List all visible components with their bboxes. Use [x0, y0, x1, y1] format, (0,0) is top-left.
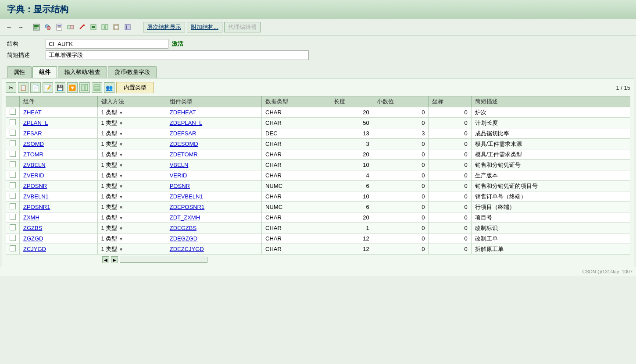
comp-cell[interactable]: ZHEAT: [20, 107, 98, 118]
comp-type-cell[interactable]: ZDT_ZXMH: [166, 212, 261, 223]
dropdown-arrow[interactable]: ▼: [119, 237, 123, 241]
copy-button[interactable]: 📋: [18, 82, 29, 93]
dropdown-arrow[interactable]: ▼: [119, 184, 123, 189]
dropdown-arrow[interactable]: ▼: [119, 163, 123, 168]
row-selector[interactable]: [10, 130, 16, 136]
dropdown-arrow[interactable]: ▼: [119, 110, 123, 115]
paste-button[interactable]: 📄: [30, 82, 41, 93]
row-selector[interactable]: [10, 161, 16, 167]
comp-cell[interactable]: ZPOSNR1: [20, 202, 98, 212]
coord-cell: 0: [429, 118, 471, 128]
col-header-decimals[interactable]: 小数位: [373, 96, 429, 107]
row-selector[interactable]: [10, 214, 16, 220]
col-header-coord[interactable]: 坐标: [429, 96, 471, 107]
edit-button[interactable]: 📝: [43, 82, 53, 93]
comp-type-cell[interactable]: ZDEFSAR: [166, 128, 261, 139]
comp-cell[interactable]: ZCJYGD: [20, 244, 98, 254]
comp-type-cell[interactable]: VERID: [166, 170, 261, 181]
row-selector[interactable]: [10, 140, 16, 146]
scroll-left-button[interactable]: ◀: [102, 256, 109, 263]
comp-type-cell[interactable]: ZDEGZBS: [166, 223, 261, 233]
coord-cell: 0: [429, 191, 471, 202]
col-header-desc[interactable]: 简短描述: [471, 96, 630, 107]
row-selector[interactable]: [10, 193, 16, 199]
comp-type-cell[interactable]: POSNR: [166, 181, 261, 191]
group-button[interactable]: 👥: [104, 82, 114, 93]
dropdown-arrow[interactable]: ▼: [119, 226, 123, 231]
comp-cell[interactable]: ZXMH: [20, 212, 98, 223]
save-button[interactable]: 💾: [55, 82, 65, 93]
tool-btn-1[interactable]: [32, 22, 41, 32]
tool-btn-5[interactable]: [77, 22, 87, 32]
col-header-length[interactable]: 长度: [330, 96, 373, 107]
horizontal-scrollbar[interactable]: [120, 257, 207, 263]
scroll-right-button[interactable]: ▶: [111, 256, 118, 263]
dropdown-arrow[interactable]: ▼: [119, 194, 123, 199]
tool-btn-8[interactable]: [111, 22, 121, 32]
comp-cell[interactable]: ZPOSNR: [20, 181, 98, 191]
row-selector[interactable]: [10, 245, 16, 251]
comp-type-cell[interactable]: ZDETOMR: [166, 149, 261, 160]
row-selector[interactable]: [10, 182, 16, 188]
svg-rect-11: [105, 25, 108, 30]
col-header-key-method[interactable]: 键入方法: [97, 96, 166, 107]
tool-btn-6[interactable]: [89, 22, 98, 32]
comp-type-cell[interactable]: ZDESOMD: [166, 139, 261, 149]
comp-type-cell[interactable]: ZDEGZGD: [166, 233, 261, 244]
dropdown-arrow[interactable]: ▼: [119, 121, 123, 126]
tab-currency[interactable]: 货币/数量字段: [108, 66, 157, 78]
comp-cell[interactable]: ZVERID: [20, 170, 98, 181]
row-selector[interactable]: [10, 235, 16, 241]
tab-comp[interactable]: 组件: [32, 66, 57, 78]
row-selector[interactable]: [10, 109, 16, 115]
dropdown-arrow[interactable]: ▼: [119, 247, 123, 252]
dropdown-arrow[interactable]: ▼: [119, 152, 123, 157]
col-header-comp-type[interactable]: 组件类型: [166, 96, 261, 107]
comp-cell[interactable]: ZTOMR: [20, 149, 98, 160]
dropdown-arrow[interactable]: ▼: [119, 131, 123, 136]
row-selector[interactable]: [10, 151, 16, 157]
dropdown-arrow[interactable]: ▼: [119, 142, 123, 147]
comp-type-cell[interactable]: ZDEVBELN1: [166, 191, 261, 202]
tool-btn-9[interactable]: i: [123, 22, 132, 32]
comp-type-cell[interactable]: ZDEPLAN_L: [166, 118, 261, 128]
comp-cell[interactable]: ZGZBS: [20, 223, 98, 233]
comp-type-cell[interactable]: VBELN: [166, 160, 261, 170]
comp-cell[interactable]: ZVBELN1: [20, 191, 98, 202]
row-selector[interactable]: [10, 224, 16, 230]
comp-type-cell[interactable]: ZDEZCJYGD: [166, 244, 261, 254]
tab-input[interactable]: 输入帮助/检查: [58, 66, 107, 78]
row-selector[interactable]: [10, 119, 16, 125]
dropdown-arrow[interactable]: ▼: [119, 216, 123, 220]
comp-cell[interactable]: ZGZGD: [20, 233, 98, 244]
tab-attr[interactable]: 属性: [7, 66, 32, 78]
forward-button[interactable]: →: [16, 22, 25, 32]
dropdown-arrow[interactable]: ▼: [119, 205, 123, 210]
description-input[interactable]: [46, 50, 309, 60]
col-header-data-type[interactable]: 数据类型: [262, 96, 330, 107]
svg-rect-5: [57, 26, 61, 27]
comp-cell[interactable]: ZPLAN_L: [20, 118, 98, 128]
cut-button[interactable]: ✂: [6, 82, 16, 93]
hierarchy-display-button[interactable]: 层次结构显示: [143, 22, 185, 32]
dropdown-arrow[interactable]: ▼: [119, 173, 123, 178]
comp-cell[interactable]: ZFSAR: [20, 128, 98, 139]
col-header-comp[interactable]: 组件: [20, 96, 98, 107]
tool-btn-2[interactable]: [43, 22, 53, 32]
layout-btn-2[interactable]: [92, 82, 102, 93]
builtin-type-button[interactable]: 内置类型: [116, 82, 154, 93]
comp-type-cell[interactable]: ZDEHEAT: [166, 107, 261, 118]
structure-input[interactable]: [46, 39, 168, 49]
comp-cell[interactable]: ZVBELN: [20, 160, 98, 170]
back-button[interactable]: ←: [4, 22, 14, 32]
comp-type-cell[interactable]: ZDEPOSNR1: [166, 202, 261, 212]
filter-button[interactable]: 🔽: [67, 82, 78, 93]
layout-btn-1[interactable]: [79, 82, 90, 93]
row-selector[interactable]: [10, 203, 16, 209]
comp-cell[interactable]: ZSOMD: [20, 139, 98, 149]
tool-btn-3[interactable]: [54, 22, 64, 32]
row-selector[interactable]: [10, 172, 16, 178]
tool-btn-7[interactable]: [100, 22, 110, 32]
append-structure-button[interactable]: 附加结构...: [187, 22, 222, 32]
tool-btn-4[interactable]: [66, 22, 75, 32]
